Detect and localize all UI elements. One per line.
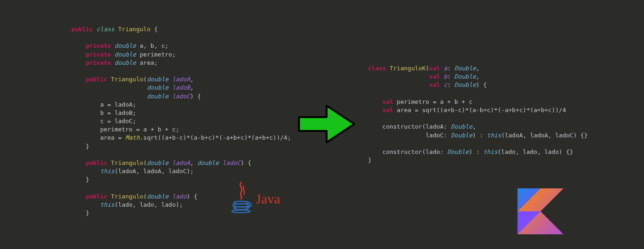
field-area: area; bbox=[136, 59, 158, 66]
brace: ) { bbox=[476, 81, 487, 88]
this-kw: this bbox=[483, 148, 497, 155]
field-perimetro: perimetro; bbox=[136, 51, 176, 58]
kw-class: class bbox=[368, 65, 386, 72]
constructor-name: Triangulo bbox=[111, 193, 143, 200]
type-double: Double bbox=[454, 81, 476, 88]
brace: ) { bbox=[241, 159, 251, 166]
param-lado: lado bbox=[172, 193, 186, 200]
brace: } bbox=[86, 176, 89, 183]
constructor-name: Triangulo bbox=[111, 76, 143, 83]
comma: , bbox=[190, 84, 194, 91]
type-double: double bbox=[147, 76, 168, 83]
brace: { bbox=[150, 26, 158, 33]
comparison-container: public class Triangulo { private double … bbox=[0, 0, 644, 249]
this-kw: this bbox=[100, 201, 115, 208]
colon: : bbox=[447, 65, 454, 72]
java-logo-icon: Java bbox=[230, 181, 280, 216]
kw-val: val bbox=[382, 107, 393, 113]
stmt-b: b = ladoB; bbox=[100, 109, 136, 116]
stmt-c: c = ladoC; bbox=[100, 118, 136, 124]
paren: ( bbox=[426, 65, 429, 72]
type-double: Double bbox=[451, 123, 472, 130]
prop-area: area = sqrt((a+b-c)*(a-b+c)*(-a+b+c)*(a+… bbox=[393, 107, 566, 113]
type-double: double bbox=[197, 159, 219, 166]
kotlin-logo-icon bbox=[518, 188, 564, 237]
type-double: double bbox=[147, 93, 168, 100]
brace: ) { bbox=[190, 93, 201, 100]
math-ref: Math bbox=[125, 134, 139, 141]
this-kw: this bbox=[487, 132, 501, 139]
comma: , bbox=[472, 123, 476, 130]
brace: } bbox=[86, 143, 89, 150]
kw-public: public bbox=[86, 193, 107, 200]
brace: ) { bbox=[187, 193, 197, 200]
constructor-kw: constructor(ladoA: bbox=[382, 123, 451, 130]
constructor-name: Triangulo bbox=[111, 159, 143, 166]
kw-val: val bbox=[382, 98, 393, 105]
comma: , bbox=[476, 65, 480, 72]
type-double: Double bbox=[451, 132, 472, 139]
type-double: double bbox=[147, 159, 168, 166]
type-double: double bbox=[147, 84, 168, 91]
kw-public: public bbox=[86, 159, 107, 166]
kw-private: private bbox=[86, 51, 111, 58]
comma: , bbox=[476, 73, 480, 80]
this-call: (ladoA, ladoA, ladoC); bbox=[115, 168, 194, 175]
param-ladoC: ladoC bbox=[223, 159, 241, 166]
class-name: TrianguloK bbox=[390, 65, 426, 72]
type-double: double bbox=[147, 193, 168, 200]
this-call: (lado, lado, lado) {} bbox=[498, 148, 573, 155]
param-c: c bbox=[443, 81, 447, 88]
java-logo-text: Java bbox=[256, 189, 280, 209]
this-kw: this bbox=[100, 168, 115, 175]
kw-val: val bbox=[429, 81, 440, 88]
param-ladoB: ladoB bbox=[172, 84, 190, 91]
brace: } bbox=[86, 209, 89, 216]
kw-private: private bbox=[86, 59, 111, 66]
param-ladoC: ladoC: bbox=[426, 132, 451, 139]
kw-val: val bbox=[429, 65, 440, 72]
stmt-perimetro: perimetro = a + b + c; bbox=[100, 126, 179, 133]
svg-marker-0 bbox=[299, 106, 354, 142]
svg-point-3 bbox=[234, 207, 248, 209]
type-double: double bbox=[115, 51, 136, 58]
kotlin-code: class TrianguloK(val a: Double, val b: D… bbox=[368, 64, 587, 164]
param-b: b bbox=[443, 73, 447, 80]
stmt-area-lhs: area = bbox=[100, 134, 126, 141]
type-double: Double bbox=[454, 73, 476, 80]
param-ladoA: ladoA bbox=[172, 76, 190, 83]
kw-val: val bbox=[429, 73, 440, 80]
kw-public: public bbox=[86, 76, 107, 83]
field-abc: a, b, c; bbox=[136, 42, 168, 49]
param-ladoC: ladoC bbox=[172, 93, 190, 100]
arrow-icon bbox=[294, 101, 359, 147]
comma: , bbox=[190, 159, 197, 166]
brace: } bbox=[368, 157, 372, 164]
stmt-area-rhs: .sqrt((a+b-c)*(a-b+c)*(-a+b+c)*(a+b+c))/… bbox=[140, 134, 291, 141]
param-ladoA: ladoA bbox=[172, 159, 190, 166]
kw-private: private bbox=[86, 42, 111, 49]
type-double: double bbox=[115, 42, 136, 49]
type-double: Double bbox=[447, 148, 469, 155]
this-call: (lado, lado, lado); bbox=[115, 201, 183, 208]
type-double: Double bbox=[454, 65, 476, 72]
constructor-kw: constructor(lado: bbox=[382, 148, 447, 155]
this-call: (ladoA, ladoA, ladoC) {} bbox=[501, 132, 588, 139]
type-double: double bbox=[115, 59, 136, 66]
colon: ) : bbox=[469, 148, 483, 155]
kw-class: class bbox=[97, 26, 115, 33]
svg-point-4 bbox=[232, 210, 250, 213]
java-cup-icon bbox=[230, 181, 252, 216]
stmt-a: a = ladoA; bbox=[100, 101, 136, 108]
prop-perimetro: perimetro = a + b + c bbox=[393, 98, 472, 105]
kw-public: public bbox=[71, 26, 93, 33]
comma: , bbox=[190, 76, 194, 83]
class-name: Triangulo bbox=[118, 26, 150, 33]
colon: ) : bbox=[472, 132, 487, 139]
